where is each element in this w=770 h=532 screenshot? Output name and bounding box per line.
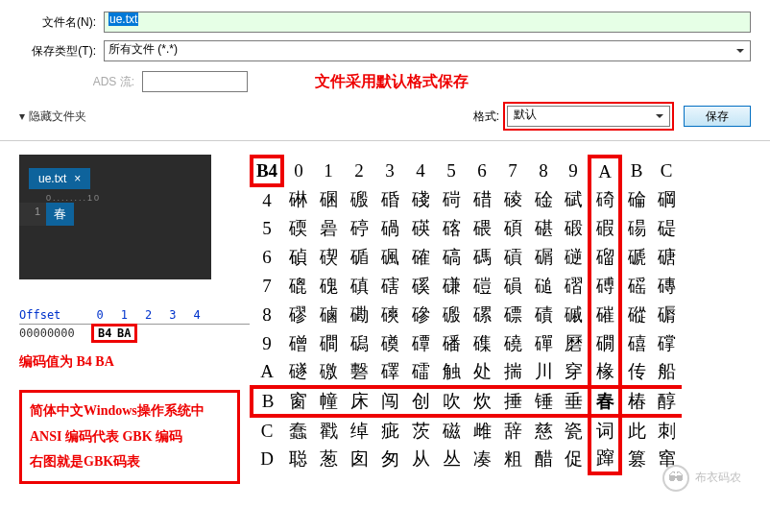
gbk-cell: 炊 [467,387,497,416]
gbk-cell: 礊 [344,358,374,387]
gbk-cell: 磧 [528,301,559,329]
gbk-col-header: C [651,157,682,185]
gbk-cell: 促 [559,445,590,473]
gbk-col-header: 4 [405,157,436,185]
gbk-cell: 磽 [497,329,528,358]
gbk-row-header: 5 [252,214,282,243]
gbk-cell: 川 [528,358,559,387]
gbk-cell: 磫 [620,301,651,329]
gbk-cell: 礉 [313,358,344,387]
gbk-cell: 此 [620,416,651,445]
gbk-row-header: 8 [252,301,282,329]
gbk-cell-spring: 春 [590,387,620,416]
gbk-row-header: D [252,445,282,473]
gbk-cell: 碷 [344,243,374,272]
gbk-cell: 船 [651,358,682,387]
gbk-cell: 囱 [344,445,374,473]
gbk-cell: 碄 [282,185,313,214]
gbk-cell: 碒 [528,185,559,214]
gbk-cell: 磼 [467,329,497,358]
gbk-cell: 礂 [620,329,651,358]
gbk-col-header: 3 [374,157,405,185]
gbk-cell: 磌 [344,272,374,301]
gbk-cell: 垂 [559,387,590,416]
gbk-cell: 处 [467,358,497,387]
gbk-col-header: 0 [282,157,313,185]
gbk-cell: 传 [620,358,651,387]
format-highlight-box: 默认 [503,102,674,131]
gbk-cell: 礈 [282,358,313,387]
gbk-cell: 磈 [313,272,344,301]
gbk-cell: 碪 [528,214,559,243]
gbk-cell: 磎 [405,272,436,301]
gbk-cell: 捶 [497,387,528,416]
gbk-row-header: 4 [252,185,282,214]
gbk-cell: 磦 [497,301,528,329]
gbk-cell: 穿 [559,358,590,387]
hide-folders-toggle[interactable]: 隐藏文件夹 [19,109,473,125]
gbk-cell: 碖 [620,185,651,214]
gbk-cell: 聪 [282,445,313,473]
filename-label: 文件名(N): [19,14,96,31]
gbk-cell: 磀 [559,243,590,272]
gbk-cell: 磩 [559,301,590,329]
editor-tab[interactable]: ue.txt× [29,168,90,189]
gbk-cell: 礋 [374,358,405,387]
gbk-col-header: A [590,157,620,185]
gbk-cell: 碊 [405,185,436,214]
gbk-row-header: A [252,358,282,387]
gbk-cell: 磣 [405,301,436,329]
gbk-cell: 磻 [436,329,467,358]
gbk-cell: 匆 [374,445,405,473]
gbk-cell: 碮 [651,214,682,243]
annotation-default-format: 文件采用默认格式保存 [315,72,469,92]
gbk-cell: 揣 [497,358,528,387]
gbk-cell: 磗 [590,272,620,301]
gbk-cell: 篡 [620,445,651,473]
gbk-cell: 碢 [374,214,405,243]
gbk-cell: 碤 [405,214,436,243]
gbk-cell: 磒 [497,272,528,301]
gbk-cell: 蠢 [282,416,313,445]
filetype-select[interactable]: 所有文件 (*.*) [104,40,751,61]
close-icon[interactable]: × [74,172,81,185]
format-select[interactable]: 默认 [507,106,670,127]
gbk-col-header: 6 [467,157,497,185]
gbk-cell: 磾 [528,329,559,358]
gbk-cell: 粗 [497,445,528,473]
gbk-cell: 碅 [313,185,344,214]
gbk-cell: 礀 [590,329,620,358]
annotation-gbk-info: 简体中文Windows操作系统中 ANSI 编码代表 GBK 编码 右图就是GB… [19,390,240,484]
gbk-cell: 磳 [282,329,313,358]
gbk-cell: 闯 [374,387,405,416]
gbk-cell: 吹 [436,387,467,416]
gbk-cell: 磭 [651,301,682,329]
offset-value: 00000000 [19,326,84,340]
gbk-cell: 磿 [559,329,590,358]
gbk-cell: 碝 [282,214,313,243]
gbk-cell: 碻 [436,243,467,272]
gbk-cell: 疵 [374,416,405,445]
editor-content[interactable]: 春 [46,203,74,226]
gbk-row-header: 9 [252,329,282,358]
gbk-row-header: C [252,416,282,445]
ads-input[interactable] [142,71,248,92]
gbk-cell: 磡 [344,301,374,329]
save-button[interactable]: 保存 [684,106,751,127]
filename-input[interactable]: ue.txt [104,12,751,33]
gbk-col-header: 9 [559,157,590,185]
gbk-cell: 磏 [436,272,467,301]
gbk-cell: 碕 [590,185,620,214]
gbk-cell: 葱 [313,445,344,473]
gbk-cell: 碞 [313,214,344,243]
gbk-cell: 碦 [436,214,467,243]
gbk-cell: 雌 [467,416,497,445]
line-number: 1 [19,203,46,226]
gbk-cell: 磍 [374,272,405,301]
ads-label: ADS 流: [19,74,134,90]
gbk-cell: 礌 [405,358,436,387]
gbk-cell: 碬 [590,214,620,243]
gbk-cell: 磥 [467,301,497,329]
gbk-cell: 瓷 [559,416,590,445]
gbk-cell: 磶 [344,329,374,358]
